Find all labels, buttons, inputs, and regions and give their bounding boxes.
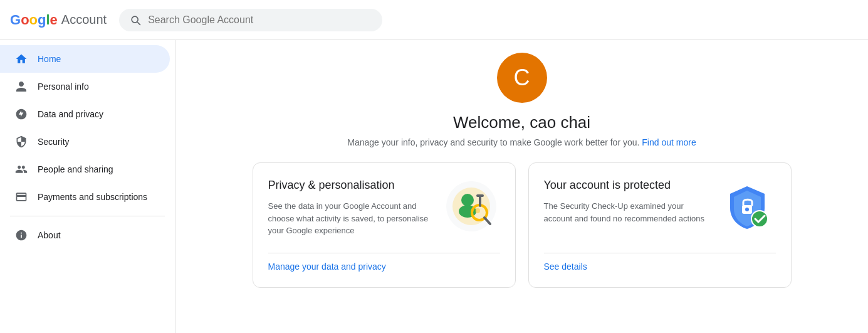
security-illustration [721,180,774,233]
main-content: C Welcome, cao chai Manage your info, pr… [175,40,868,333]
sidebar-item-security-label: Security [38,137,70,147]
logo-account-text: Account [61,13,107,27]
sidebar-item-personal-info[interactable]: Personal info [0,73,170,100]
sidebar-item-personal-label: Personal info [38,82,89,92]
sidebar-item-security[interactable]: Security [0,128,170,156]
svg-point-11 [751,211,768,227]
security-card-description: The Security Check-Up examined your acco… [544,200,709,225]
svg-rect-8 [476,194,484,197]
payment-icon [15,191,28,203]
avatar: C [497,53,547,103]
security-card-title: Your account is protected [544,178,709,193]
search-bar [119,9,382,31]
search-input[interactable] [148,14,372,26]
sidebar-item-payments-label: Payments and subscriptions [38,192,147,202]
security-card-text: Your account is protected The Security C… [544,178,719,225]
security-card: Your account is protected The Security C… [528,162,792,288]
privacy-icon [15,108,28,120]
google-logo[interactable]: Google Account [10,12,107,28]
sidebar-item-home[interactable]: Home [0,45,170,73]
security-card-content: Your account is protected The Security C… [544,178,776,243]
svg-rect-7 [479,196,481,207]
people-icon [15,163,28,176]
security-card-footer: See details [544,253,776,272]
sidebar-item-data-label: Data and privacy [38,109,103,119]
find-out-more-link[interactable]: Find out more [642,137,696,147]
security-card-image [719,178,776,235]
privacy-card-image [444,178,500,235]
security-icon [15,135,28,148]
security-card-link[interactable]: See details [544,262,587,272]
sidebar-item-about-label: About [38,230,61,240]
sidebar-item-people-sharing[interactable]: People and sharing [0,156,170,183]
person-icon [15,80,28,93]
main-subtitle: Manage your info, privacy and security t… [347,137,696,147]
svg-point-2 [461,194,474,206]
search-icon [129,14,142,26]
sidebar-item-people-label: People and sharing [38,164,113,174]
svg-point-10 [745,208,749,211]
nav-divider [10,216,165,216]
privacy-card-content: Privacy & personalisation See the data i… [268,178,500,243]
header: Google Account [0,0,868,40]
sidebar-item-home-label: Home [38,54,61,64]
sidebar-item-data-privacy[interactable]: Data and privacy [0,100,170,128]
sidebar-item-payments[interactable]: Payments and subscriptions [0,183,170,211]
info-icon [15,229,28,241]
cards-row: Privacy & personalisation See the data i… [253,162,792,288]
privacy-card-text: Privacy & personalisation See the data i… [268,178,444,237]
sidebar: Home Personal info Data and privacy Secu… [0,40,175,333]
privacy-card-description: See the data in your Google Account and … [268,200,434,237]
privacy-card-footer: Manage your data and privacy [268,253,500,272]
welcome-heading: Welcome, cao chai [453,113,590,132]
privacy-illustration [445,180,498,233]
privacy-card-link[interactable]: Manage your data and privacy [268,262,386,272]
svg-point-6 [475,208,480,213]
privacy-card: Privacy & personalisation See the data i… [253,162,516,288]
privacy-card-title: Privacy & personalisation [268,178,434,193]
layout: Home Personal info Data and privacy Secu… [0,40,868,333]
sidebar-item-about[interactable]: About [0,221,170,249]
home-icon [15,53,28,65]
